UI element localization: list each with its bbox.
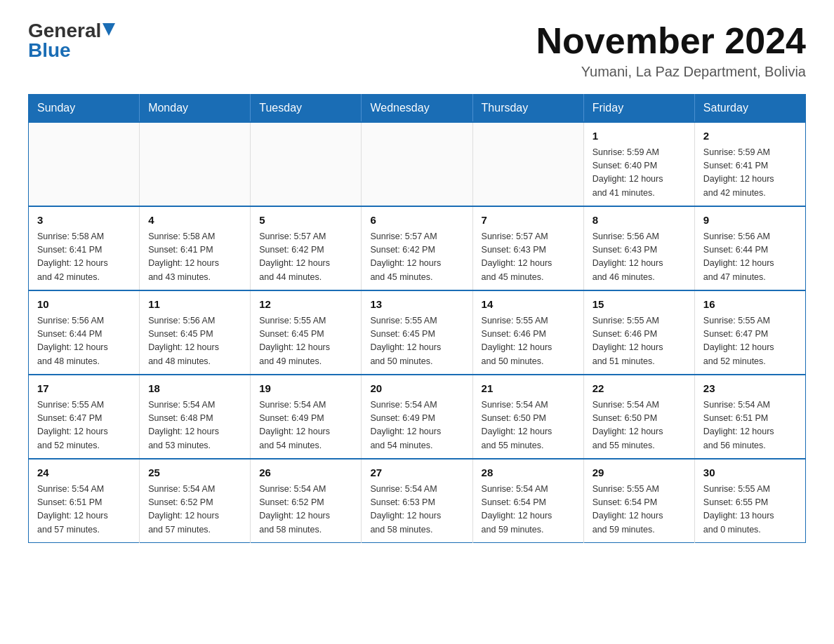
day-number: 13 (370, 297, 463, 313)
day-info: Sunrise: 5:54 AM Sunset: 6:54 PM Dayligh… (482, 483, 575, 537)
calendar-week-row: 10Sunrise: 5:56 AM Sunset: 6:44 PM Dayli… (29, 290, 806, 375)
day-number: 21 (482, 381, 575, 397)
day-number: 22 (593, 381, 686, 397)
day-number: 20 (370, 381, 463, 397)
calendar-cell: 28Sunrise: 5:54 AM Sunset: 6:54 PM Dayli… (472, 459, 583, 543)
day-info: Sunrise: 5:54 AM Sunset: 6:48 PM Dayligh… (148, 398, 241, 453)
day-info: Sunrise: 5:57 AM Sunset: 6:42 PM Dayligh… (259, 230, 352, 285)
calendar-cell: 15Sunrise: 5:55 AM Sunset: 6:46 PM Dayli… (583, 290, 694, 375)
logo: General Blue (28, 21, 115, 60)
day-number: 10 (37, 297, 131, 313)
day-info: Sunrise: 5:55 AM Sunset: 6:47 PM Dayligh… (703, 314, 797, 369)
day-info: Sunrise: 5:56 AM Sunset: 6:44 PM Dayligh… (703, 230, 797, 285)
weekday-header-saturday: Saturday (694, 95, 805, 123)
calendar-cell: 11Sunrise: 5:56 AM Sunset: 6:45 PM Dayli… (140, 290, 251, 375)
calendar-cell: 8Sunrise: 5:56 AM Sunset: 6:43 PM Daylig… (583, 206, 694, 290)
day-info: Sunrise: 5:54 AM Sunset: 6:50 PM Dayligh… (482, 398, 575, 453)
page-header: General Blue November 2024 Yumani, La Pa… (28, 21, 806, 80)
calendar-week-row: 17Sunrise: 5:55 AM Sunset: 6:47 PM Dayli… (29, 375, 806, 459)
calendar-cell: 2Sunrise: 5:59 AM Sunset: 6:41 PM Daylig… (694, 122, 805, 206)
weekday-header-thursday: Thursday (472, 95, 583, 123)
day-number: 23 (703, 381, 797, 397)
calendar-cell: 26Sunrise: 5:54 AM Sunset: 6:52 PM Dayli… (251, 459, 362, 543)
day-info: Sunrise: 5:55 AM Sunset: 6:45 PM Dayligh… (370, 314, 463, 369)
weekday-header-friday: Friday (583, 95, 694, 123)
day-info: Sunrise: 5:54 AM Sunset: 6:51 PM Dayligh… (37, 483, 131, 537)
calendar-cell: 5Sunrise: 5:57 AM Sunset: 6:42 PM Daylig… (251, 206, 362, 290)
day-number: 6 (370, 213, 463, 229)
weekday-header-wednesday: Wednesday (362, 95, 472, 123)
day-number: 30 (703, 465, 797, 481)
day-number: 1 (593, 128, 686, 145)
day-number: 28 (482, 465, 575, 481)
day-info: Sunrise: 5:55 AM Sunset: 6:47 PM Dayligh… (37, 398, 131, 453)
calendar-header-row: SundayMondayTuesdayWednesdayThursdayFrid… (29, 95, 806, 123)
calendar-cell: 30Sunrise: 5:55 AM Sunset: 6:55 PM Dayli… (694, 459, 805, 543)
day-number: 17 (37, 381, 131, 397)
svg-marker-0 (102, 23, 115, 36)
day-number: 7 (482, 213, 575, 229)
day-number: 26 (259, 465, 352, 481)
day-info: Sunrise: 5:56 AM Sunset: 6:45 PM Dayligh… (148, 314, 241, 369)
day-number: 25 (148, 465, 241, 481)
calendar-cell (472, 122, 583, 206)
day-number: 3 (37, 213, 131, 229)
calendar-table: SundayMondayTuesdayWednesdayThursdayFrid… (28, 94, 806, 543)
day-info: Sunrise: 5:54 AM Sunset: 6:49 PM Dayligh… (370, 398, 463, 453)
calendar-cell: 10Sunrise: 5:56 AM Sunset: 6:44 PM Dayli… (29, 290, 140, 375)
location: Yumani, La Paz Department, Bolivia (536, 64, 806, 80)
day-number: 9 (703, 213, 797, 229)
day-info: Sunrise: 5:55 AM Sunset: 6:46 PM Dayligh… (482, 314, 575, 369)
day-info: Sunrise: 5:58 AM Sunset: 6:41 PM Dayligh… (37, 230, 131, 285)
day-number: 29 (593, 465, 686, 481)
weekday-header-sunday: Sunday (29, 95, 140, 123)
day-info: Sunrise: 5:59 AM Sunset: 6:40 PM Dayligh… (593, 146, 686, 201)
day-number: 11 (148, 297, 241, 313)
day-info: Sunrise: 5:54 AM Sunset: 6:53 PM Dayligh… (370, 483, 463, 537)
calendar-cell: 23Sunrise: 5:54 AM Sunset: 6:51 PM Dayli… (694, 375, 805, 459)
day-number: 19 (259, 381, 352, 397)
calendar-cell: 4Sunrise: 5:58 AM Sunset: 6:41 PM Daylig… (140, 206, 251, 290)
calendar-cell: 21Sunrise: 5:54 AM Sunset: 6:50 PM Dayli… (472, 375, 583, 459)
day-info: Sunrise: 5:55 AM Sunset: 6:54 PM Dayligh… (593, 483, 686, 537)
day-number: 15 (593, 297, 686, 313)
day-number: 2 (703, 128, 797, 145)
calendar-cell: 29Sunrise: 5:55 AM Sunset: 6:54 PM Dayli… (583, 459, 694, 543)
day-number: 8 (593, 213, 686, 229)
day-info: Sunrise: 5:55 AM Sunset: 6:45 PM Dayligh… (259, 314, 352, 369)
day-info: Sunrise: 5:55 AM Sunset: 6:46 PM Dayligh… (593, 314, 686, 369)
calendar-cell: 3Sunrise: 5:58 AM Sunset: 6:41 PM Daylig… (29, 206, 140, 290)
calendar-cell: 20Sunrise: 5:54 AM Sunset: 6:49 PM Dayli… (362, 375, 472, 459)
calendar-cell: 6Sunrise: 5:57 AM Sunset: 6:42 PM Daylig… (362, 206, 472, 290)
day-info: Sunrise: 5:56 AM Sunset: 6:43 PM Dayligh… (593, 230, 686, 285)
day-info: Sunrise: 5:54 AM Sunset: 6:49 PM Dayligh… (259, 398, 352, 453)
calendar-cell: 12Sunrise: 5:55 AM Sunset: 6:45 PM Dayli… (251, 290, 362, 375)
calendar-cell: 25Sunrise: 5:54 AM Sunset: 6:52 PM Dayli… (140, 459, 251, 543)
title-block: November 2024 Yumani, La Paz Department,… (536, 21, 806, 80)
calendar-cell: 1Sunrise: 5:59 AM Sunset: 6:40 PM Daylig… (583, 122, 694, 206)
day-info: Sunrise: 5:54 AM Sunset: 6:50 PM Dayligh… (593, 398, 686, 453)
day-info: Sunrise: 5:54 AM Sunset: 6:52 PM Dayligh… (148, 483, 241, 537)
calendar-cell: 9Sunrise: 5:56 AM Sunset: 6:44 PM Daylig… (694, 206, 805, 290)
day-number: 24 (37, 465, 131, 481)
calendar-cell (29, 122, 140, 206)
calendar-cell: 17Sunrise: 5:55 AM Sunset: 6:47 PM Dayli… (29, 375, 140, 459)
day-number: 27 (370, 465, 463, 481)
weekday-header-tuesday: Tuesday (251, 95, 362, 123)
calendar-cell (140, 122, 251, 206)
calendar-cell: 14Sunrise: 5:55 AM Sunset: 6:46 PM Dayli… (472, 290, 583, 375)
month-title: November 2024 (536, 21, 806, 61)
day-info: Sunrise: 5:57 AM Sunset: 6:43 PM Dayligh… (482, 230, 575, 285)
calendar-cell: 27Sunrise: 5:54 AM Sunset: 6:53 PM Dayli… (362, 459, 472, 543)
weekday-header-monday: Monday (140, 95, 251, 123)
day-number: 5 (259, 213, 352, 229)
calendar-cell (362, 122, 472, 206)
day-info: Sunrise: 5:57 AM Sunset: 6:42 PM Dayligh… (370, 230, 463, 285)
day-info: Sunrise: 5:56 AM Sunset: 6:44 PM Dayligh… (37, 314, 131, 369)
logo-triangle-icon (102, 23, 115, 36)
calendar-cell: 22Sunrise: 5:54 AM Sunset: 6:50 PM Dayli… (583, 375, 694, 459)
day-info: Sunrise: 5:54 AM Sunset: 6:51 PM Dayligh… (703, 398, 797, 453)
day-info: Sunrise: 5:54 AM Sunset: 6:52 PM Dayligh… (259, 483, 352, 537)
logo-general: General (28, 21, 101, 41)
calendar-cell: 16Sunrise: 5:55 AM Sunset: 6:47 PM Dayli… (694, 290, 805, 375)
